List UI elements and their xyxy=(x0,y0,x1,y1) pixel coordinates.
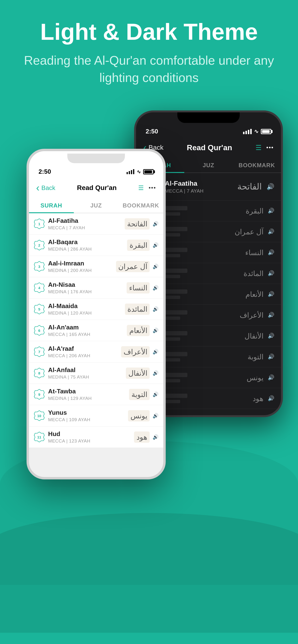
dark-status-icons: ∿ xyxy=(243,128,271,135)
dark-audio-icon-9[interactable]: 🔊 xyxy=(268,354,274,360)
light-tab-bookmark[interactable]: BOOKMARK xyxy=(118,198,163,213)
light-badge-2: 2 xyxy=(34,240,45,250)
dark-wifi-icon: ∿ xyxy=(254,128,258,135)
light-audio-icon-6[interactable]: 🔊 xyxy=(153,328,159,333)
light-surah-item-0[interactable]: 1 Al-Faatiha MECCA | 7 AYAH الفاتحة 🔊 xyxy=(29,213,163,234)
light-info-10: Yunus MECCA | 109 AYAH xyxy=(48,409,125,422)
dark-audio-icon-4[interactable]: 🔊 xyxy=(268,250,274,256)
dark-tab-bookmark[interactable]: BOOKMARK xyxy=(233,158,281,172)
light-nav-bar: Back Read Qur'an ☰ xyxy=(29,178,163,198)
light-name-2: Al-Baqara xyxy=(48,238,124,246)
dark-tab-juz[interactable]: JUZ xyxy=(184,158,232,172)
light-surah-item-2[interactable]: 3 Aal-i-Imraan MEDINA | 200 AYAH آل عمرا… xyxy=(29,256,163,277)
light-surah-item-10[interactable]: 11 Hud MECCA | 123 AYAH هود 🔊 xyxy=(29,426,163,448)
dark-audio-icon-2[interactable]: 🔊 xyxy=(268,208,274,214)
dark-surah-1-audio-icon[interactable]: 🔊 xyxy=(266,183,274,190)
light-audio-icon-8[interactable]: 🔊 xyxy=(153,370,159,376)
light-name-7: Al-A'raaf xyxy=(48,345,118,352)
light-audio-icon-5[interactable]: 🔊 xyxy=(153,306,159,312)
light-back-button[interactable]: Back xyxy=(36,182,55,194)
light-info-5: Al-Maaida MEDINA | 120 AYAH xyxy=(48,302,122,316)
light-badge-6: 6 xyxy=(34,325,45,336)
light-name-10: Yunus xyxy=(48,409,125,416)
light-arabic-6: الأنعام xyxy=(127,325,150,336)
dark-surah-1-arabic: الفاتحة xyxy=(237,182,262,192)
light-info-1: Al-Faatiha MECCA | 7 AYAH xyxy=(48,217,122,230)
light-info-7: Al-A'raaf MECCA | 206 AYAH xyxy=(48,345,118,358)
dark-arabic-6: الأنعام xyxy=(245,290,263,298)
light-num-11: 11 xyxy=(37,435,41,439)
light-surah-item-7[interactable]: 8 Al-Anfaal MEDINA | 75 AYAH الأنفال 🔊 xyxy=(29,362,163,384)
dark-audio-icon-11[interactable]: 🔊 xyxy=(268,395,274,402)
light-arabic-5: المائدة xyxy=(125,304,150,315)
light-surah-item-8[interactable]: 9 At-Tawba MEDINA | 129 AYAH التوبة 🔊 xyxy=(29,384,163,405)
light-surah-item-9[interactable]: 10 Yunus MECCA | 109 AYAH يونس 🔊 xyxy=(29,405,163,426)
dark-more-menu-icon[interactable] xyxy=(266,144,274,151)
light-arabic-10: يونس xyxy=(128,410,150,422)
dark-audio-icon-6[interactable]: 🔊 xyxy=(268,291,274,297)
light-name-5: Al-Maaida xyxy=(48,302,122,310)
light-badge-9: 9 xyxy=(34,389,45,400)
light-badge-4: 4 xyxy=(34,282,45,293)
light-meta-9: MEDINA | 129 AYAH xyxy=(48,396,126,401)
dark-quran-icon[interactable]: ☰ xyxy=(255,144,261,152)
dark-audio-icon-8[interactable]: 🔊 xyxy=(268,333,274,339)
light-surah-item-6[interactable]: 7 Al-A'raaf MECCA | 206 AYAH الأعراف 🔊 xyxy=(29,341,163,362)
light-nav-title: Read Qur'an xyxy=(77,184,117,192)
light-audio-icon-11[interactable]: 🔊 xyxy=(153,434,159,440)
light-surah-item-4[interactable]: 5 Al-Maaida MEDINA | 120 AYAH المائدة 🔊 xyxy=(29,298,163,320)
light-audio-icon-2[interactable]: 🔊 xyxy=(153,242,159,248)
light-arabic-2: البقرة xyxy=(127,240,150,251)
dark-audio-icon-10[interactable]: 🔊 xyxy=(268,374,274,381)
light-status-bar: 2:50 ∿ xyxy=(29,163,163,178)
light-audio-icon-1[interactable]: 🔊 xyxy=(153,221,159,227)
dark-info-2 xyxy=(159,206,241,216)
dark-nav-title: Read Qur'an xyxy=(187,143,232,152)
dark-arabic-8: الأنفال xyxy=(244,332,263,340)
dark-status-bar: 2:50 ∿ xyxy=(136,123,281,138)
dark-audio-icon-5[interactable]: 🔊 xyxy=(268,270,274,276)
light-num-6: 6 xyxy=(38,328,40,332)
light-quran-icon[interactable]: ☰ xyxy=(138,184,144,192)
light-arabic-7: الأعراف xyxy=(121,346,150,358)
dark-audio-icon-3[interactable]: 🔊 xyxy=(268,228,274,235)
light-name-4: An-Nisaa xyxy=(48,281,124,288)
dark-battery-icon xyxy=(261,129,271,134)
light-badge-8: 8 xyxy=(34,368,45,378)
light-surah-list: 1 Al-Faatiha MECCA | 7 AYAH الفاتحة 🔊 2 … xyxy=(29,213,163,448)
light-more-menu-icon[interactable] xyxy=(148,184,156,191)
dark-arabic-3: آل عمران xyxy=(235,228,263,236)
light-badge-5: 5 xyxy=(34,304,45,314)
dark-audio-icon-7[interactable]: 🔊 xyxy=(268,312,274,318)
light-arabic-9: التوبة xyxy=(129,389,150,400)
dark-info-7 xyxy=(159,310,235,320)
light-battery-icon xyxy=(143,169,154,174)
light-audio-icon-9[interactable]: 🔊 xyxy=(153,392,159,397)
dark-surah-1-info: Al-Faatiha MECCA | 7 AYAH xyxy=(165,180,232,194)
light-audio-icon-7[interactable]: 🔊 xyxy=(153,349,159,354)
light-tab-juz[interactable]: JUZ xyxy=(74,198,118,213)
dark-info-6 xyxy=(159,290,241,299)
light-arabic-1: الفاتحة xyxy=(125,218,150,230)
light-meta-6: MECCA | 165 AYAH xyxy=(48,332,124,337)
light-meta-4: MEDINA | 176 AYAH xyxy=(48,289,124,294)
light-surah-item-3[interactable]: 4 An-Nisaa MEDINA | 176 AYAH النساء 🔊 xyxy=(29,277,163,298)
light-name-9: At-Tawba xyxy=(48,388,126,395)
light-tab-surah[interactable]: SURAH xyxy=(29,198,74,213)
light-info-8: Al-Anfaal MEDINA | 75 AYAH xyxy=(48,366,123,380)
light-badge-3: 3 xyxy=(34,261,45,272)
light-audio-icon-10[interactable]: 🔊 xyxy=(153,413,159,418)
dark-info-4 xyxy=(159,248,241,257)
dark-phone-notch xyxy=(177,112,240,123)
dark-nav-actions: ☰ xyxy=(255,144,274,152)
light-arabic-8: الأنفال xyxy=(126,368,150,379)
light-status-icons: ∿ xyxy=(127,169,154,175)
light-surah-item-5[interactable]: 6 Al-An'aam MECCA | 165 AYAH الأنعام 🔊 xyxy=(29,320,163,341)
light-badge-11: 11 xyxy=(34,432,45,442)
light-surah-item-1[interactable]: 2 Al-Baqara MEDINA | 286 AYAH البقرة 🔊 xyxy=(29,234,163,256)
light-audio-icon-3[interactable]: 🔊 xyxy=(153,264,159,269)
light-audio-icon-4[interactable]: 🔊 xyxy=(153,285,159,290)
light-wifi-icon: ∿ xyxy=(137,169,141,175)
light-phone-notch xyxy=(67,154,125,163)
light-meta-3: MEDINA | 200 AYAH xyxy=(48,268,113,273)
